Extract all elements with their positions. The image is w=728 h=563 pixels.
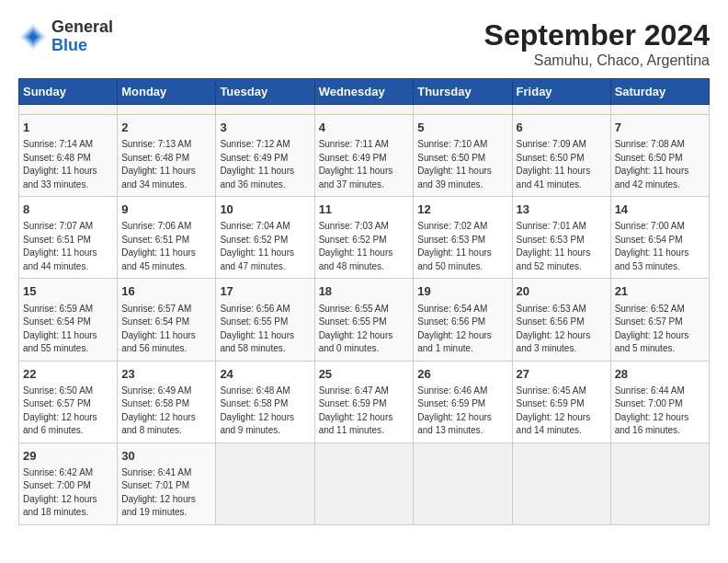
calendar-cell: 25Sunrise: 6:47 AMSunset: 6:59 PMDayligh… bbox=[314, 361, 414, 442]
day-number: 21 bbox=[615, 283, 705, 300]
day-info: Sunrise: 6:56 AMSunset: 6:55 PMDaylight:… bbox=[220, 303, 310, 356]
day-info: Sunrise: 7:06 AMSunset: 6:51 PMDaylight:… bbox=[121, 220, 211, 273]
calendar-cell: 1Sunrise: 7:14 AMSunset: 6:48 PMDaylight… bbox=[19, 115, 118, 197]
day-number: 8 bbox=[23, 201, 113, 218]
day-header-wednesday: Wednesday bbox=[314, 79, 414, 105]
day-number: 5 bbox=[417, 120, 507, 136]
day-info: Sunrise: 6:47 AMSunset: 6:59 PMDaylight:… bbox=[319, 385, 410, 438]
calendar-cell: 29Sunrise: 6:42 AMSunset: 7:00 PMDayligh… bbox=[19, 442, 118, 524]
calendar-cell: 22Sunrise: 6:50 AMSunset: 6:57 PMDayligh… bbox=[19, 361, 118, 442]
day-number: 3 bbox=[220, 120, 310, 136]
calendar-cell: 30Sunrise: 6:41 AMSunset: 7:01 PMDayligh… bbox=[118, 442, 216, 524]
location-subtitle: Samuhu, Chaco, Argentina bbox=[484, 52, 710, 69]
day-number: 12 bbox=[417, 201, 507, 218]
calendar-cell: 3Sunrise: 7:12 AMSunset: 6:49 PMDaylight… bbox=[216, 115, 314, 197]
calendar-cell: 8Sunrise: 7:07 AMSunset: 6:51 PMDaylight… bbox=[19, 197, 118, 279]
day-number: 14 bbox=[615, 201, 705, 218]
calendar-cell: 19Sunrise: 6:54 AMSunset: 6:56 PMDayligh… bbox=[414, 279, 512, 361]
calendar-cell: 27Sunrise: 6:45 AMSunset: 6:59 PMDayligh… bbox=[512, 361, 610, 442]
day-header-monday: Monday bbox=[118, 79, 216, 105]
day-info: Sunrise: 6:59 AMSunset: 6:54 PMDaylight:… bbox=[23, 303, 113, 356]
day-number: 4 bbox=[319, 120, 410, 136]
day-info: Sunrise: 6:54 AMSunset: 6:56 PMDaylight:… bbox=[417, 303, 507, 356]
calendar-week-4: 22Sunrise: 6:50 AMSunset: 6:57 PMDayligh… bbox=[19, 361, 710, 442]
calendar-cell: 21Sunrise: 6:52 AMSunset: 6:57 PMDayligh… bbox=[610, 279, 709, 361]
day-number: 22 bbox=[23, 366, 113, 383]
day-info: Sunrise: 6:50 AMSunset: 6:57 PMDaylight:… bbox=[23, 385, 113, 438]
day-header-thursday: Thursday bbox=[414, 79, 512, 105]
day-header-sunday: Sunday bbox=[19, 79, 118, 105]
calendar-cell: 16Sunrise: 6:57 AMSunset: 6:54 PMDayligh… bbox=[118, 279, 216, 361]
day-number: 17 bbox=[220, 283, 310, 300]
logo-general: General bbox=[51, 17, 113, 36]
calendar-cell: 7Sunrise: 7:08 AMSunset: 6:50 PMDaylight… bbox=[610, 115, 709, 197]
day-number: 18 bbox=[319, 283, 410, 300]
day-number: 2 bbox=[121, 120, 211, 136]
day-info: Sunrise: 6:41 AMSunset: 7:01 PMDaylight:… bbox=[121, 466, 211, 520]
header: General Blue September 2024 Samuhu, Chac… bbox=[18, 18, 710, 69]
calendar-cell bbox=[610, 105, 709, 115]
day-number: 15 bbox=[23, 283, 113, 300]
day-number: 6 bbox=[517, 120, 607, 136]
day-headers-row: SundayMondayTuesdayWednesdayThursdayFrid… bbox=[19, 79, 710, 105]
day-info: Sunrise: 7:13 AMSunset: 6:48 PMDaylight:… bbox=[121, 138, 211, 191]
calendar-cell: 10Sunrise: 7:04 AMSunset: 6:52 PMDayligh… bbox=[216, 197, 314, 279]
day-info: Sunrise: 7:08 AMSunset: 6:50 PMDaylight:… bbox=[615, 138, 705, 191]
logo-icon bbox=[18, 22, 48, 52]
logo-text: General Blue bbox=[51, 18, 113, 55]
calendar-week-1: 1Sunrise: 7:14 AMSunset: 6:48 PMDaylight… bbox=[19, 115, 710, 197]
day-number: 19 bbox=[417, 283, 507, 300]
day-number: 10 bbox=[220, 201, 310, 218]
day-info: Sunrise: 6:45 AMSunset: 6:59 PMDaylight:… bbox=[517, 385, 607, 438]
calendar-cell bbox=[610, 442, 709, 524]
day-info: Sunrise: 7:01 AMSunset: 6:53 PMDaylight:… bbox=[517, 220, 607, 273]
calendar-cell: 14Sunrise: 7:00 AMSunset: 6:54 PMDayligh… bbox=[610, 197, 709, 279]
calendar-cell: 9Sunrise: 7:06 AMSunset: 6:51 PMDaylight… bbox=[118, 197, 216, 279]
day-info: Sunrise: 6:48 AMSunset: 6:58 PMDaylight:… bbox=[220, 385, 310, 438]
day-header-tuesday: Tuesday bbox=[216, 79, 314, 105]
day-info: Sunrise: 7:04 AMSunset: 6:52 PMDaylight:… bbox=[220, 220, 310, 273]
calendar-cell: 24Sunrise: 6:48 AMSunset: 6:58 PMDayligh… bbox=[216, 361, 314, 442]
logo: General Blue bbox=[18, 18, 113, 55]
calendar-cell bbox=[314, 442, 414, 524]
day-number: 23 bbox=[121, 366, 211, 383]
day-number: 11 bbox=[319, 201, 410, 218]
calendar-cell: 15Sunrise: 6:59 AMSunset: 6:54 PMDayligh… bbox=[19, 279, 118, 361]
day-info: Sunrise: 7:07 AMSunset: 6:51 PMDaylight:… bbox=[23, 220, 113, 273]
day-number: 30 bbox=[121, 448, 211, 465]
calendar-cell: 26Sunrise: 6:46 AMSunset: 6:59 PMDayligh… bbox=[414, 361, 512, 442]
day-info: Sunrise: 6:53 AMSunset: 6:56 PMDaylight:… bbox=[517, 303, 607, 356]
day-info: Sunrise: 7:14 AMSunset: 6:48 PMDaylight:… bbox=[23, 138, 113, 191]
day-info: Sunrise: 7:09 AMSunset: 6:50 PMDaylight:… bbox=[517, 138, 607, 191]
calendar-cell: 4Sunrise: 7:11 AMSunset: 6:49 PMDaylight… bbox=[314, 115, 414, 197]
calendar-cell: 23Sunrise: 6:49 AMSunset: 6:58 PMDayligh… bbox=[118, 361, 216, 442]
day-number: 26 bbox=[417, 366, 507, 383]
day-info: Sunrise: 7:12 AMSunset: 6:49 PMDaylight:… bbox=[220, 138, 310, 191]
day-number: 13 bbox=[517, 201, 607, 218]
calendar-cell: 13Sunrise: 7:01 AMSunset: 6:53 PMDayligh… bbox=[512, 197, 610, 279]
calendar-cell bbox=[512, 105, 610, 115]
day-header-saturday: Saturday bbox=[610, 79, 709, 105]
day-number: 9 bbox=[121, 201, 211, 218]
day-number: 27 bbox=[517, 366, 607, 383]
calendar-cell bbox=[216, 442, 314, 524]
month-title: September 2024 bbox=[484, 18, 710, 52]
day-info: Sunrise: 6:46 AMSunset: 6:59 PMDaylight:… bbox=[417, 385, 507, 438]
calendar-table: SundayMondayTuesdayWednesdayThursdayFrid… bbox=[18, 78, 710, 525]
calendar-cell: 5Sunrise: 7:10 AMSunset: 6:50 PMDaylight… bbox=[414, 115, 512, 197]
day-number: 7 bbox=[615, 120, 705, 136]
logo-blue: Blue bbox=[51, 36, 87, 54]
day-info: Sunrise: 6:57 AMSunset: 6:54 PMDaylight:… bbox=[121, 303, 211, 356]
calendar-cell: 18Sunrise: 6:55 AMSunset: 6:55 PMDayligh… bbox=[314, 279, 414, 361]
day-info: Sunrise: 7:11 AMSunset: 6:49 PMDaylight:… bbox=[319, 138, 410, 191]
calendar-week-2: 8Sunrise: 7:07 AMSunset: 6:51 PMDaylight… bbox=[19, 197, 710, 279]
day-info: Sunrise: 6:55 AMSunset: 6:55 PMDaylight:… bbox=[319, 303, 410, 356]
day-number: 20 bbox=[517, 283, 607, 300]
calendar-week-3: 15Sunrise: 6:59 AMSunset: 6:54 PMDayligh… bbox=[19, 279, 710, 361]
calendar-cell bbox=[314, 105, 414, 115]
title-area: September 2024 Samuhu, Chaco, Argentina bbox=[484, 18, 710, 69]
calendar-cell bbox=[414, 442, 512, 524]
day-number: 29 bbox=[23, 448, 113, 465]
day-info: Sunrise: 7:03 AMSunset: 6:52 PMDaylight:… bbox=[319, 220, 410, 273]
calendar-cell: 2Sunrise: 7:13 AMSunset: 6:48 PMDaylight… bbox=[118, 115, 216, 197]
